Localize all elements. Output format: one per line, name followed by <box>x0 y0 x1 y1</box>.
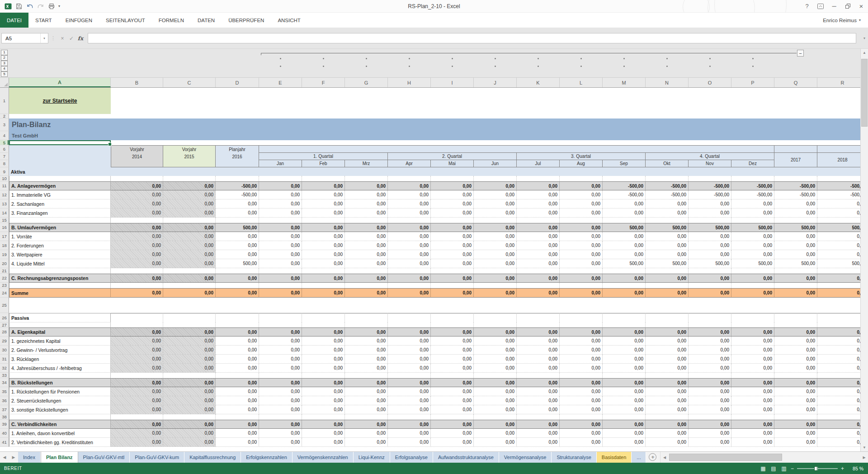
cell-C30[interactable]: 0,00 <box>163 346 216 355</box>
cell-F32[interactable]: 0,00 <box>302 364 345 373</box>
cell-J12[interactable]: 0,00 <box>474 190 517 199</box>
cell-N37[interactable]: 0,00 <box>646 405 689 414</box>
cell-I15[interactable] <box>431 218 474 223</box>
row-header-39[interactable]: 39 <box>0 420 9 429</box>
cell-F20[interactable]: 0,00 <box>302 259 345 268</box>
cell-L39[interactable]: 0,00 <box>560 420 603 429</box>
cell-D19[interactable]: 0,00 <box>216 250 259 259</box>
cells-row-5[interactable] <box>111 140 868 145</box>
cell-Q38[interactable] <box>774 414 817 420</box>
cell-J23[interactable] <box>474 283 517 288</box>
horizontal-scroll-thumb[interactable] <box>669 454 782 461</box>
cell-O24[interactable]: 0,00 <box>689 288 731 298</box>
page-break-view-icon[interactable]: ▥ <box>780 465 788 472</box>
cell-G29[interactable]: 0,00 <box>345 337 388 346</box>
row-header-6[interactable]: 6 <box>0 145 9 153</box>
column-header-A[interactable]: A <box>9 78 111 87</box>
cell-M37[interactable]: 0,00 <box>603 405 646 414</box>
cell-I31[interactable]: 0,00 <box>431 355 474 364</box>
cell-C29[interactable]: 0,00 <box>163 337 216 346</box>
cell-C12[interactable]: 0,00 <box>163 190 216 199</box>
cell-N19[interactable]: 0,00 <box>646 250 689 259</box>
cell-H13[interactable]: 0,00 <box>388 199 431 209</box>
cell-P28[interactable]: 0,00 <box>731 327 774 337</box>
cell-Q6[interactable] <box>774 145 817 153</box>
cell-C16[interactable]: 0,00 <box>163 223 216 232</box>
cell-M16[interactable]: 500,00 <box>603 223 646 232</box>
column-header-H[interactable]: H <box>388 78 431 87</box>
cell-C13[interactable]: 0,00 <box>163 199 216 209</box>
cell-E30[interactable]: 0,00 <box>259 346 302 355</box>
qat-customize-icon[interactable]: ▾ <box>58 4 60 8</box>
insert-function-icon[interactable]: fx <box>76 35 85 42</box>
cell-C39[interactable]: 0,00 <box>163 420 216 429</box>
cell-L18[interactable]: 0,00 <box>560 241 603 250</box>
cell-F19[interactable]: 0,00 <box>302 250 345 259</box>
new-sheet-button[interactable]: + <box>649 453 656 461</box>
cell-C22[interactable]: 0,00 <box>163 274 216 283</box>
cell-L22[interactable]: 0,00 <box>560 274 603 283</box>
month-header-Okt[interactable]: Okt <box>646 160 689 167</box>
cell-M24[interactable]: 0,00 <box>603 288 646 298</box>
cell-C10[interactable] <box>163 176 216 181</box>
cell-P22[interactable]: 0,00 <box>731 274 774 283</box>
cell-N18[interactable]: 0,00 <box>646 241 689 250</box>
cell-A14[interactable]: 3. Finanzanlagen <box>9 209 111 218</box>
sheet-tab-erfolgsanalyse[interactable]: Erfolgsanalyse <box>390 452 433 463</box>
sheet-tab-aufwandsstrukturanalyse[interactable]: Aufwandsstrukturanalyse <box>433 452 499 463</box>
cell-O39[interactable]: 0,00 <box>689 420 731 429</box>
cell-G34[interactable]: 0,00 <box>345 378 388 387</box>
cell-N12[interactable]: -500,00 <box>646 190 689 199</box>
row-header-22[interactable]: 22 <box>0 274 9 283</box>
cell-B20[interactable]: 0,00 <box>111 259 163 268</box>
cell-O10[interactable] <box>689 176 731 181</box>
cell-E28[interactable]: 0,00 <box>259 327 302 337</box>
cell-I28[interactable]: 0,00 <box>431 327 474 337</box>
cell-H33[interactable] <box>388 373 431 378</box>
cell-F10[interactable] <box>302 176 345 181</box>
row-header-16[interactable]: 16 <box>0 223 9 232</box>
cell-M14[interactable]: 0,00 <box>603 209 646 218</box>
cell-C36[interactable]: 0,00 <box>163 396 216 405</box>
cell-D41[interactable]: 0,00 <box>216 438 259 447</box>
cell-D38[interactable] <box>216 414 259 420</box>
cell-E21[interactable] <box>259 268 302 274</box>
month-header-Sep[interactable]: Sep <box>603 160 646 167</box>
cell-B7[interactable]: 2014 <box>111 153 163 160</box>
cell-J36[interactable]: 0,00 <box>474 396 517 405</box>
name-box[interactable]: A5 ▾ <box>1 33 48 43</box>
cell-Q10[interactable] <box>774 176 817 181</box>
cell-A36[interactable]: 2. Steuerrückstellungen <box>9 396 111 405</box>
cell-A6[interactable] <box>9 145 111 153</box>
row-header-15[interactable]: 15 <box>0 218 9 223</box>
column-header-N[interactable]: N <box>646 78 689 87</box>
cell-J28[interactable]: 0,00 <box>474 327 517 337</box>
cell-D7[interactable]: 2016 <box>216 153 259 160</box>
enter-formula-icon[interactable]: ✓ <box>67 35 76 42</box>
cell-J10[interactable] <box>474 176 517 181</box>
cell-D8[interactable] <box>216 160 259 167</box>
cell-E15[interactable] <box>259 218 302 223</box>
cell-L38[interactable] <box>560 414 603 420</box>
cell-K19[interactable]: 0,00 <box>517 250 560 259</box>
cell-A37[interactable]: 3. sonstige Rückstellungen <box>9 405 111 414</box>
cell-C23[interactable] <box>163 283 216 288</box>
cell-H17[interactable]: 0,00 <box>388 232 431 241</box>
quarter-header-3[interactable]: 3. Quartal <box>517 153 646 160</box>
cell-J14[interactable]: 0,00 <box>474 209 517 218</box>
cell-G28[interactable]: 0,00 <box>345 327 388 337</box>
cell-N15[interactable] <box>646 218 689 223</box>
month-header-Nov[interactable]: Nov <box>689 160 731 167</box>
ribbon-display-options-button[interactable] <box>814 0 827 12</box>
cell-M28[interactable]: 0,00 <box>603 327 646 337</box>
cell-N39[interactable]: 0,00 <box>646 420 689 429</box>
cell-G19[interactable]: 0,00 <box>345 250 388 259</box>
cell-J16[interactable]: 0,00 <box>474 223 517 232</box>
cell-N24[interactable]: 0,00 <box>646 288 689 298</box>
cell-N14[interactable]: 0,00 <box>646 209 689 218</box>
cell-B6[interactable]: Vorjahr <box>111 145 163 153</box>
cell-F12[interactable]: 0,00 <box>302 190 345 199</box>
cell-O22[interactable]: 0,00 <box>689 274 731 283</box>
cell-N41[interactable]: 0,00 <box>646 438 689 447</box>
cell-G36[interactable]: 0,00 <box>345 396 388 405</box>
